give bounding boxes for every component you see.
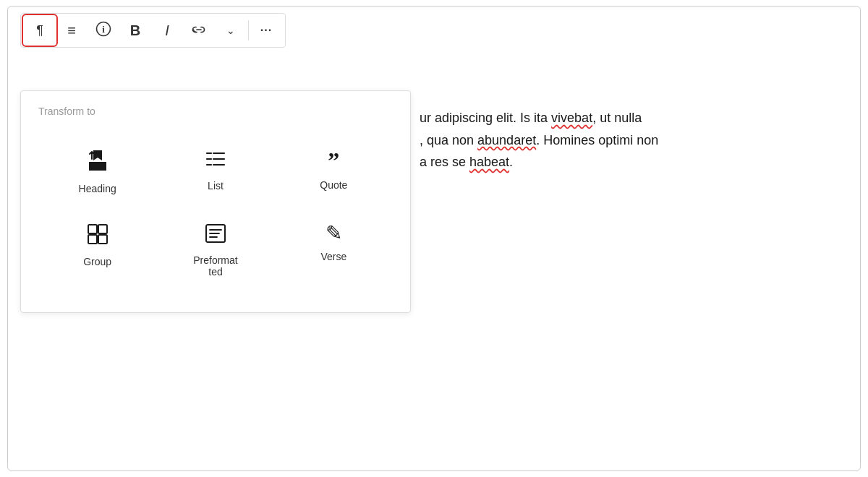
link-icon (191, 23, 207, 38)
align-icon: ≡ (67, 22, 76, 39)
transform-grid: Heading List ” (38, 137, 393, 289)
chevron-down-icon: ⌄ (226, 25, 235, 36)
toolbar: ¶ ≡ i B I (20, 13, 286, 48)
content-text: ur adipiscing elit. Is ita vivebat, ut n… (420, 107, 848, 173)
transform-group[interactable]: Group (38, 212, 156, 289)
chevron-button[interactable]: ⌄ (215, 16, 247, 45)
transform-heading[interactable]: Heading (38, 137, 156, 206)
transform-quote[interactable]: ” Quote (275, 137, 393, 206)
svg-rect-2 (89, 162, 106, 171)
transform-label: Transform to (38, 106, 393, 117)
heading-icon (88, 149, 108, 176)
spell-abundaret: abundaret (477, 133, 536, 147)
svg-text:i: i (102, 24, 105, 35)
align-button[interactable]: ≡ (56, 16, 88, 45)
transform-panel: Transform to Heading (20, 90, 411, 313)
transform-verse[interactable]: ✎ Verse (275, 212, 393, 289)
preformatted-label: Preformatted (193, 254, 237, 278)
editor-area: ¶ ≡ i B I (0, 0, 868, 477)
svg-rect-11 (98, 225, 107, 233)
content-line-3: a res se habeat. (420, 151, 848, 173)
list-icon (205, 149, 226, 173)
italic-button[interactable]: I (151, 16, 183, 45)
more-options-button[interactable]: ··· (250, 16, 282, 45)
link-button[interactable] (183, 16, 215, 45)
content-line-2: , qua non abundaret. Homines optimi non (420, 129, 848, 152)
list-label: List (208, 180, 224, 192)
svg-rect-12 (98, 235, 107, 244)
quote-icon: ” (328, 149, 339, 172)
more-icon: ··· (260, 24, 272, 37)
svg-rect-9 (88, 225, 97, 233)
toolbar-divider (248, 20, 249, 40)
transform-list[interactable]: List (156, 137, 274, 206)
info-icon: i (95, 21, 111, 40)
preformatted-icon (205, 223, 226, 247)
svg-rect-10 (88, 235, 97, 244)
content-line-1: ur adipiscing elit. Is ita vivebat, ut n… (420, 107, 848, 129)
verse-icon: ✎ (326, 223, 342, 244)
spell-habeat: habeat (469, 155, 509, 169)
bold-button[interactable]: B (119, 16, 151, 45)
paragraph-button[interactable]: ¶ (24, 16, 56, 45)
italic-icon: I (165, 22, 169, 39)
group-label: Group (83, 256, 111, 267)
transform-preformatted[interactable]: Preformatted (156, 212, 274, 289)
group-icon (87, 223, 109, 249)
spell-vivebat: vivebat (551, 111, 592, 125)
quote-label: Quote (320, 179, 347, 191)
heading-label: Heading (79, 183, 116, 194)
paragraph-icon: ¶ (36, 23, 43, 38)
bold-icon: B (130, 22, 140, 39)
verse-label: Verse (320, 251, 346, 262)
info-button[interactable]: i (88, 16, 119, 45)
